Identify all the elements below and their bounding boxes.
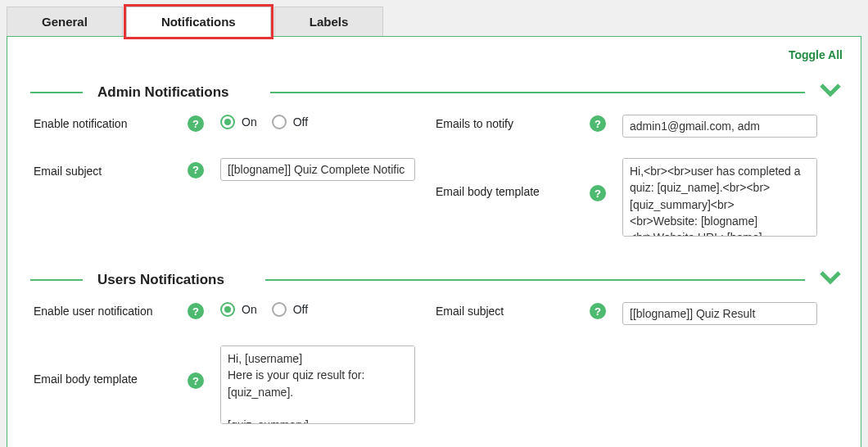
section-title: Users Notifications [97, 272, 224, 288]
tab-notifications[interactable]: Notifications [126, 7, 271, 37]
radio-off-label: Off [293, 115, 308, 129]
divider-line [270, 92, 805, 93]
radio-off[interactable] [272, 115, 287, 129]
section-title: Admin Notifications [97, 84, 229, 101]
tabs-bar: General Notifications Labels [7, 7, 861, 37]
help-icon[interactable]: ? [590, 115, 606, 132]
notifications-panel: Toggle All Admin Notifications Enable no… [7, 36, 861, 447]
radio-on-label: On [242, 115, 257, 129]
label-users-body: Email body template [34, 343, 188, 386]
help-icon[interactable]: ? [188, 115, 204, 132]
label-admin-emails: Emails to notify [436, 112, 590, 130]
admin-emails-input[interactable] [622, 115, 817, 138]
help-icon[interactable]: ? [188, 162, 204, 178]
users-subject-input[interactable] [622, 302, 817, 325]
label-users-enable: Enable user notification [34, 300, 188, 318]
tab-labels[interactable]: Labels [274, 7, 384, 37]
divider-line [30, 92, 83, 93]
help-icon[interactable]: ? [590, 303, 606, 319]
users-body-textarea[interactable] [220, 345, 415, 424]
radio-on-label: On [242, 303, 257, 316]
label-users-subject: Email subject [436, 300, 590, 318]
radio-on[interactable] [220, 115, 235, 129]
tab-general[interactable]: General [7, 7, 123, 37]
admin-body-textarea[interactable] [622, 158, 817, 237]
help-icon[interactable]: ? [590, 185, 606, 201]
divider-line [265, 279, 805, 281]
section-users-header: Users Notifications [30, 272, 838, 288]
help-icon[interactable]: ? [188, 303, 204, 319]
radio-off-label: Off [293, 303, 308, 316]
collapse-icon[interactable] [818, 265, 843, 292]
admin-enable-radio-group: On Off [220, 115, 436, 129]
label-admin-body: Email body template [436, 156, 590, 198]
collapse-icon[interactable] [818, 78, 843, 105]
radio-on[interactable] [220, 302, 235, 317]
label-admin-subject: Email subject [34, 160, 188, 178]
label-admin-enable: Enable notification [34, 112, 188, 130]
divider-line [30, 279, 83, 281]
help-icon[interactable]: ? [188, 372, 204, 389]
users-enable-radio-group: On Off [220, 302, 436, 317]
radio-off[interactable] [272, 302, 287, 317]
toggle-all-link[interactable]: Toggle All [789, 48, 843, 61]
admin-subject-input[interactable] [220, 158, 415, 181]
section-admin-header: Admin Notifications [30, 84, 838, 101]
